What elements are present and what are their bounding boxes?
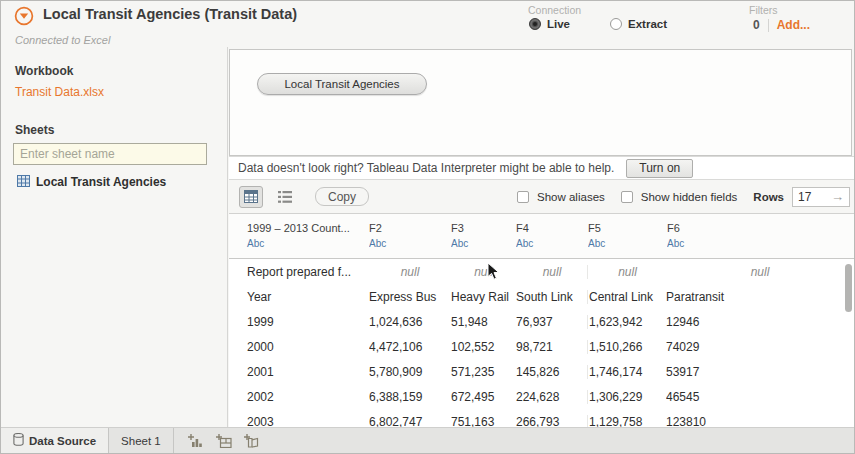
table-cell[interactable]: 1,306,229: [587, 390, 666, 404]
table-cell[interactable]: 102,552: [451, 340, 516, 354]
show-aliases-label: Show aliases: [537, 191, 605, 203]
table-cell[interactable]: 123810: [666, 415, 854, 428]
table-cell[interactable]: 2002: [229, 390, 369, 404]
workbook-file-link[interactable]: Transit Data.xlsx: [15, 85, 104, 99]
column-header[interactable]: F5Abc: [588, 214, 667, 258]
table-row: 20036,802,747751,163266,7931,129,7581238…: [229, 409, 854, 427]
new-worksheet-icon[interactable]: [188, 433, 205, 448]
table-cell[interactable]: 672,495: [451, 390, 516, 404]
table-cell[interactable]: 2000: [229, 340, 369, 354]
table-row: 20015,780,909571,235145,8261,746,1745391…: [229, 359, 854, 384]
column-name: 1999 – 2013 Count...: [247, 222, 369, 234]
column-header[interactable]: F6Abc: [667, 214, 854, 258]
table-cell[interactable]: 1,024,636: [369, 315, 451, 329]
rows-input[interactable]: 17 →: [792, 187, 850, 207]
column-type-abc[interactable]: Abc: [369, 238, 451, 249]
table-cell[interactable]: 1,129,758: [587, 415, 666, 428]
workbook-heading: Workbook: [15, 64, 73, 78]
new-dashboard-icon[interactable]: [216, 433, 233, 448]
table-cell[interactable]: Year: [229, 290, 369, 304]
add-filter-link[interactable]: Add...: [777, 18, 810, 32]
table-cell[interactable]: 12946: [666, 315, 854, 329]
table-cell[interactable]: 751,163: [451, 415, 516, 428]
page-title: Local Transit Agencies (Transit Data): [43, 6, 297, 22]
sheets-heading: Sheets: [15, 123, 54, 137]
table-cell[interactable]: 46545: [666, 390, 854, 404]
table-cell[interactable]: 1,510,266: [587, 340, 666, 354]
table-cell[interactable]: 1,746,174: [587, 365, 666, 379]
tab-sheet-1[interactable]: Sheet 1: [109, 428, 174, 453]
rows-label: Rows: [753, 191, 784, 203]
tab-data-source[interactable]: Data Source: [1, 428, 109, 453]
column-name: F5: [588, 222, 667, 234]
show-hidden-fields-label: Show hidden fields: [641, 191, 738, 203]
sidebar-sheet-item[interactable]: Local Transit Agencies: [17, 173, 166, 191]
column-name: F4: [516, 222, 588, 234]
column-header[interactable]: F3Abc: [451, 214, 516, 258]
table-cell[interactable]: null: [516, 265, 588, 279]
table-cell[interactable]: null: [369, 265, 451, 279]
turn-on-button[interactable]: Turn on: [626, 159, 693, 178]
column-type-abc[interactable]: Abc: [451, 238, 516, 249]
table-cell[interactable]: Heavy Rail: [451, 290, 516, 304]
metadata-view-button[interactable]: [273, 186, 297, 208]
filters-row: 0 Add...: [753, 18, 810, 32]
sheet-search-input[interactable]: [13, 143, 207, 165]
table-cell[interactable]: 6,802,747: [369, 415, 451, 428]
extract-radio[interactable]: [610, 18, 622, 30]
column-header[interactable]: 1999 – 2013 Count...Abc: [229, 214, 369, 258]
live-radio[interactable]: [529, 18, 541, 30]
table-cell[interactable]: 145,826: [516, 365, 588, 379]
table-cell[interactable]: 266,793: [516, 415, 588, 428]
table-pill[interactable]: Local Transit Agencies: [257, 73, 427, 95]
show-aliases-checkbox[interactable]: [517, 191, 529, 203]
table-cell[interactable]: 51,948: [451, 315, 516, 329]
top-bar: Local Transit Agencies (Transit Data) Co…: [1, 1, 855, 47]
column-type-abc[interactable]: Abc: [516, 238, 588, 249]
table-cell[interactable]: 2003: [229, 415, 369, 428]
table-cell[interactable]: Express Bus: [369, 290, 451, 304]
data-source-menu-icon[interactable]: [14, 6, 34, 26]
table-cell[interactable]: 1999: [229, 315, 369, 329]
show-hidden-fields-checkbox[interactable]: [621, 191, 633, 203]
table-cell[interactable]: 571,235: [451, 365, 516, 379]
table-cell[interactable]: Report prepared f...: [229, 265, 369, 279]
table-cell[interactable]: 2001: [229, 365, 369, 379]
grid-toolbar: Copy Show aliases Show hidden fields Row…: [229, 180, 852, 213]
column-header[interactable]: F2Abc: [369, 214, 451, 258]
table-cell[interactable]: 76,937: [516, 315, 588, 329]
data-source-tab-label: Data Source: [29, 435, 96, 447]
column-type-abc[interactable]: Abc: [667, 238, 854, 249]
rows-go-arrow-icon[interactable]: →: [831, 190, 844, 203]
grid-view-button[interactable]: [239, 186, 263, 208]
connection-subtitle: Connected to Excel: [15, 34, 110, 46]
table-cell[interactable]: Central Link: [587, 290, 666, 304]
table-cell[interactable]: 74029: [666, 340, 854, 354]
data-grid: 1999 – 2013 Count...AbcF2AbcF3AbcF4AbcF5…: [229, 213, 854, 427]
table-cell[interactable]: 5,780,909: [369, 365, 451, 379]
grid-header-row: 1999 – 2013 Count...AbcF2AbcF3AbcF4AbcF5…: [229, 214, 854, 259]
column-header[interactable]: F4Abc: [516, 214, 588, 258]
table-cell[interactable]: 1,623,942: [587, 315, 666, 329]
column-type-abc[interactable]: Abc: [247, 238, 369, 249]
copy-button[interactable]: Copy: [315, 187, 369, 206]
table-cell[interactable]: South Link: [516, 290, 588, 304]
column-type-abc[interactable]: Abc: [588, 238, 667, 249]
table-row: 20026,388,159672,495224,6281,306,2294654…: [229, 384, 854, 409]
vertical-scrollbar[interactable]: [845, 264, 852, 312]
table-cell[interactable]: 4,472,106: [369, 340, 451, 354]
table-cell[interactable]: 6,388,159: [369, 390, 451, 404]
column-name: F3: [451, 222, 516, 234]
table-cell[interactable]: 53917: [666, 365, 854, 379]
database-icon: [13, 432, 24, 450]
table-cell[interactable]: null: [666, 265, 854, 279]
table-cell[interactable]: Paratransit: [666, 290, 854, 304]
live-radio-label: Live: [547, 18, 570, 30]
table-cell[interactable]: null: [587, 265, 666, 279]
table-cell[interactable]: 224,628: [516, 390, 588, 404]
join-canvas[interactable]: Local Transit Agencies: [229, 49, 852, 156]
table-cell[interactable]: null: [451, 265, 516, 279]
table-cell[interactable]: 98,721: [516, 340, 588, 354]
new-story-icon[interactable]: [244, 433, 261, 448]
divider: [768, 19, 769, 32]
